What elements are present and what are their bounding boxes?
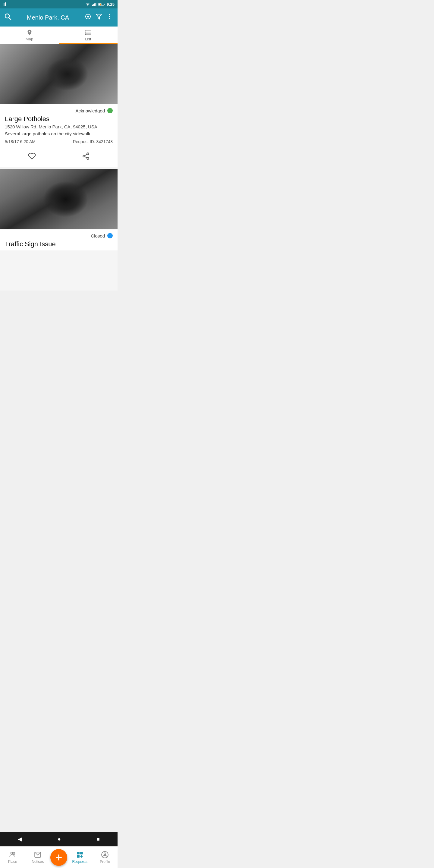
svg-rect-3 <box>92 4 93 6</box>
svg-point-24 <box>109 18 110 19</box>
svg-rect-6 <box>95 3 96 6</box>
svg-line-37 <box>85 154 87 156</box>
svg-point-16 <box>87 16 89 18</box>
share-button[interactable] <box>82 152 90 162</box>
request-card-1[interactable]: Acknowledged Large Potholes 1520 Willow … <box>0 44 118 167</box>
card-2-status-label: Closed <box>91 233 105 239</box>
toolbar-title: Menlo Park, CA <box>15 14 81 21</box>
svg-point-23 <box>109 16 110 17</box>
svg-rect-4 <box>93 4 94 6</box>
tab-map-label: Map <box>26 37 33 41</box>
content-area: Acknowledged Large Potholes 1520 Willow … <box>0 44 118 290</box>
status-bar-left <box>3 2 8 7</box>
tab-map[interactable]: Map <box>0 27 59 44</box>
svg-point-29 <box>85 30 86 31</box>
card-2-title: Traffic Sign Issue <box>5 240 113 248</box>
card-1-description: Several large potholes on the city sidew… <box>5 131 113 136</box>
status-bar: 9:25 <box>0 0 118 8</box>
svg-point-31 <box>85 33 86 33</box>
svg-rect-0 <box>4 3 4 6</box>
svg-point-35 <box>87 157 89 159</box>
like-button[interactable] <box>28 152 36 162</box>
card-1-image <box>0 44 118 104</box>
svg-point-33 <box>87 153 89 155</box>
svg-rect-1 <box>5 2 6 6</box>
toolbar: Menlo Park, CA <box>0 8 118 27</box>
svg-point-2 <box>87 5 88 6</box>
tab-list[interactable]: List <box>59 27 118 44</box>
card-2-status-dot <box>107 233 113 239</box>
card-1-title: Large Potholes <box>5 115 113 123</box>
filter-icon[interactable] <box>95 13 102 22</box>
card-1-address: 1520 Willow Rd, Menlo Park, CA, 94025, U… <box>5 124 113 129</box>
svg-point-22 <box>109 14 110 15</box>
svg-rect-5 <box>94 3 95 6</box>
search-icon[interactable] <box>4 13 11 22</box>
tab-list-label: List <box>85 37 91 41</box>
svg-point-34 <box>83 155 85 157</box>
time-display: 9:25 <box>107 2 115 7</box>
svg-point-30 <box>85 31 86 32</box>
more-options-icon[interactable] <box>106 13 113 22</box>
card-1-status-dot <box>107 108 113 113</box>
svg-marker-21 <box>96 14 101 19</box>
svg-line-14 <box>9 18 11 20</box>
view-tab-bar: Map List <box>0 27 118 44</box>
card-1-status-label: Acknowledged <box>75 108 105 113</box>
svg-line-36 <box>85 157 87 158</box>
svg-point-32 <box>85 34 86 35</box>
location-icon[interactable] <box>84 13 92 22</box>
svg-rect-8 <box>104 4 104 4</box>
status-bar-right: 9:25 <box>85 2 115 7</box>
card-2-image <box>0 169 118 229</box>
card-1-request-id: Request ID: 3421748 <box>73 139 113 144</box>
card-1-date: 5/18/17 6:20 AM <box>5 139 36 144</box>
request-card-2[interactable]: Closed Traffic Sign Issue <box>0 169 118 250</box>
